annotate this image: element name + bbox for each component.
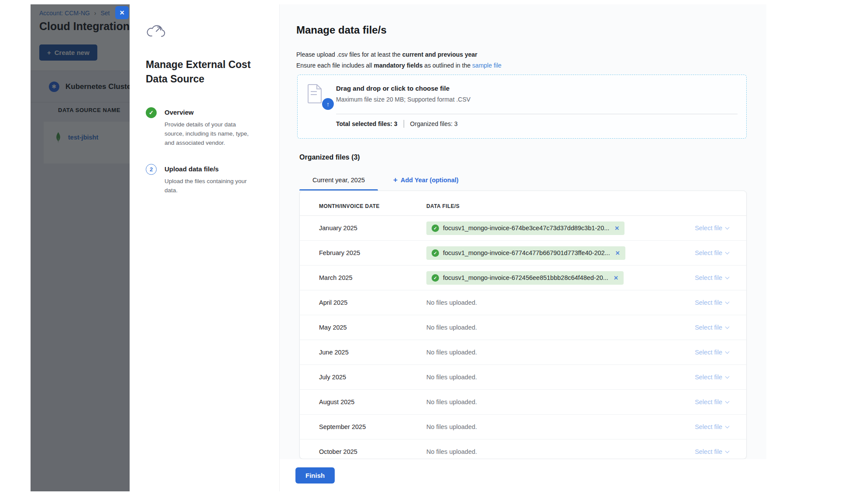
- month-label: February 2025: [300, 249, 426, 256]
- table-row: July 2025 No files uploaded. Select file: [300, 365, 746, 390]
- no-files-text: No files uploaded.: [426, 299, 477, 306]
- no-files-text: No files uploaded.: [426, 374, 477, 381]
- cloud-export-icon: [146, 24, 166, 39]
- table-row: April 2025 No files uploaded. Select fil…: [300, 290, 746, 315]
- year-tabs: Current year, 2025 + Add Year (optional): [299, 169, 459, 191]
- content-title: Manage data file/s: [296, 24, 387, 36]
- select-file-dropdown[interactable]: Select file: [695, 225, 729, 232]
- file-success-check-icon: ✓: [432, 274, 439, 282]
- no-files-text: No files uploaded.: [426, 448, 477, 455]
- remove-file-icon[interactable]: ✕: [614, 275, 618, 281]
- chevron-down-icon: [725, 349, 730, 354]
- chevron-down-icon: [725, 374, 730, 378]
- table-row: September 2025 No files uploaded. Select…: [300, 415, 746, 439]
- table-row: February 2025 ✓ focusv1_mongo-invoice-67…: [300, 241, 746, 266]
- monthly-files-card: MONTH/INVOICE DATE DATA FILE/S January 2…: [299, 191, 747, 459]
- month-label: June 2025: [300, 349, 426, 356]
- add-year-label: Add Year (optional): [401, 177, 459, 184]
- upload-content-panel: Manage data file/s Please upload .csv fi…: [279, 4, 766, 491]
- step-overview-label: Overview: [165, 107, 256, 116]
- remove-file-icon[interactable]: ✕: [614, 225, 619, 232]
- close-button[interactable]: ✕: [115, 6, 129, 19]
- finish-button[interactable]: Finish: [295, 467, 335, 484]
- step-upload-label: Upload data file/s: [165, 164, 256, 173]
- files-table-body: January 2025 ✓ focusv1_mongo-invoice-674…: [300, 216, 746, 459]
- select-file-dropdown[interactable]: Select file: [695, 423, 729, 430]
- select-file-dropdown[interactable]: Select file: [695, 374, 729, 381]
- file-name: focusv1_mongo-invoice-672456ee851bbb28c6…: [443, 274, 608, 281]
- plus-icon: +: [393, 176, 398, 184]
- instruction-line-1: Please upload .csv files for at least th…: [296, 49, 501, 60]
- app-window: Account: CCM-NG › Set Cloud Integration …: [31, 4, 766, 491]
- dropzone-divider: [336, 114, 738, 114]
- select-file-dropdown[interactable]: Select file: [695, 299, 729, 306]
- file-success-check-icon: ✓: [432, 225, 439, 232]
- step-number-badge: 2: [146, 164, 157, 175]
- close-icon: ✕: [120, 9, 125, 16]
- select-file-label: Select file: [695, 299, 722, 306]
- select-file-dropdown[interactable]: Select file: [695, 448, 729, 455]
- step-upload-data-files[interactable]: 2 Upload data file/s Upload the files co…: [146, 164, 262, 195]
- wizard-steps: ✓ Overview Provide details of your data …: [146, 107, 262, 195]
- month-label: April 2025: [300, 299, 426, 306]
- tab-current-year[interactable]: Current year, 2025: [299, 169, 378, 191]
- drawer-footer: Finish: [280, 459, 766, 491]
- month-label: August 2025: [300, 398, 426, 405]
- select-file-dropdown[interactable]: Select file: [695, 398, 729, 405]
- file-name: focusv1_mongo-invoice-674be3ce47c73d37dd…: [443, 225, 609, 232]
- dropzone-totals: Total selected files: 3 Organized files:…: [336, 120, 458, 128]
- chevron-down-icon: [725, 449, 730, 453]
- column-header-data-files: DATA FILE/S: [426, 203, 670, 209]
- tab-add-year[interactable]: + Add Year (optional): [393, 169, 459, 191]
- chevron-down-icon: [725, 250, 730, 254]
- upload-arrow-icon: ↑: [322, 98, 334, 110]
- total-selected-files: Total selected files: 3: [336, 120, 398, 127]
- month-label: October 2025: [300, 448, 426, 455]
- step-overview-description: Provide details of your data source, inc…: [165, 120, 256, 147]
- select-file-dropdown[interactable]: Select file: [695, 249, 729, 256]
- table-row: October 2025 No files uploaded. Select f…: [300, 439, 746, 459]
- table-row: March 2025 ✓ focusv1_mongo-invoice-67245…: [300, 266, 746, 290]
- step-complete-check-icon: ✓: [146, 107, 157, 118]
- upload-instructions: Please upload .csv files for at least th…: [296, 49, 501, 71]
- organized-files-heading: Organized files (3): [299, 153, 360, 161]
- file-name: focusv1_mongo-invoice-6774c477b667901d77…: [443, 249, 610, 256]
- month-label: January 2025: [300, 225, 426, 232]
- select-file-label: Select file: [695, 249, 722, 256]
- uploaded-file-chip: ✓ focusv1_mongo-invoice-6774c477b667901d…: [426, 246, 625, 260]
- table-row: May 2025 No files uploaded. Select file: [300, 315, 746, 340]
- chevron-down-icon: [725, 225, 730, 229]
- select-file-dropdown[interactable]: Select file: [695, 324, 729, 331]
- chevron-down-icon: [725, 424, 730, 428]
- month-label: July 2025: [300, 374, 426, 381]
- month-label: March 2025: [300, 274, 426, 281]
- select-file-dropdown[interactable]: Select file: [695, 274, 729, 281]
- file-success-check-icon: ✓: [432, 249, 439, 257]
- file-dropzone[interactable]: ↑ Drag and drop or click to choose file …: [297, 75, 747, 139]
- step-overview[interactable]: ✓ Overview Provide details of your data …: [146, 107, 262, 147]
- no-files-text: No files uploaded.: [426, 324, 477, 331]
- wizard-title: Manage External Cost Data Source: [146, 58, 257, 86]
- manage-data-source-drawer: Manage External Cost Data Source ✓ Overv…: [130, 4, 766, 491]
- select-file-label: Select file: [695, 225, 722, 232]
- month-label: September 2025: [300, 423, 426, 430]
- select-file-label: Select file: [695, 423, 722, 430]
- remove-file-icon[interactable]: ✕: [615, 250, 620, 256]
- upload-file-icon: ↑: [307, 84, 335, 112]
- no-files-text: No files uploaded.: [426, 423, 477, 430]
- select-file-label: Select file: [695, 349, 722, 356]
- no-files-text: No files uploaded.: [426, 349, 477, 356]
- select-file-label: Select file: [695, 274, 722, 281]
- uploaded-file-chip: ✓ focusv1_mongo-invoice-672456ee851bbb28…: [426, 271, 624, 285]
- uploaded-file-chip: ✓ focusv1_mongo-invoice-674be3ce47c73d37…: [426, 221, 624, 235]
- instruction-line-2: Ensure each file includes all mandatory …: [296, 60, 501, 71]
- dropzone-subtitle: Maximum file size 20 MB; Supported forma…: [336, 96, 470, 103]
- chevron-down-icon: [725, 300, 730, 304]
- select-file-dropdown[interactable]: Select file: [695, 349, 729, 356]
- column-header-month: MONTH/INVOICE DATE: [300, 203, 426, 209]
- files-table-header: MONTH/INVOICE DATE DATA FILE/S: [300, 191, 746, 216]
- sample-file-link[interactable]: sample file: [472, 62, 501, 69]
- select-file-label: Select file: [695, 374, 722, 381]
- select-file-label: Select file: [695, 448, 722, 455]
- chevron-down-icon: [725, 275, 730, 279]
